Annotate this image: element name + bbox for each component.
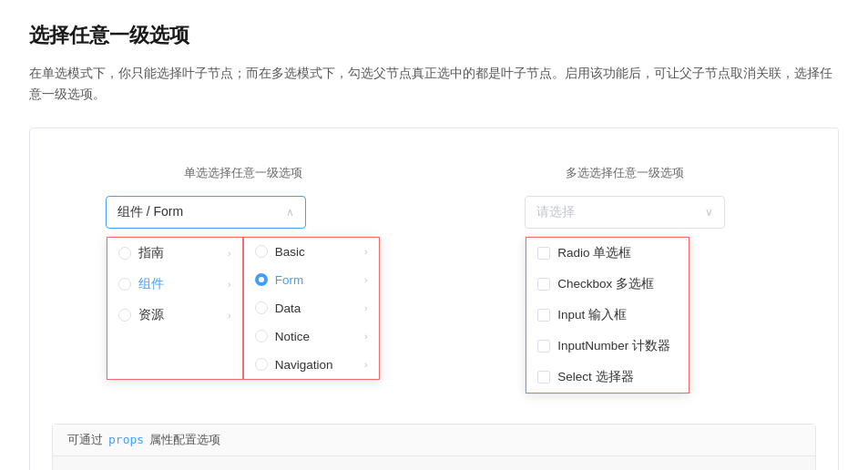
cascader-label-data: Data (275, 301, 357, 315)
chevron-right-icon-basic: › (364, 246, 368, 257)
code-bar: 可通过 props 属性配置选项 (53, 424, 815, 456)
radio-dot-data (255, 301, 268, 314)
chevron-up-icon: ∧ (286, 206, 294, 219)
chevron-right-icon-notice: › (364, 331, 368, 342)
cascader-item-guide[interactable]: 指南 › (107, 238, 242, 269)
code-bar-desc: 属性配置选项 (149, 432, 220, 448)
checkbox-inputnumber (537, 340, 550, 352)
radio-dot-components (118, 278, 131, 291)
right-demo-section: 多选选择任意一级选项 请选择 ∨ Radio 单选框 (434, 165, 817, 394)
radio-dot-navigation (255, 358, 268, 371)
cascader-item-form[interactable]: Form › (244, 266, 379, 294)
checkbox-input (537, 309, 550, 322)
multi-item-input[interactable]: Input 输入框 (526, 300, 689, 331)
checkbox-select (537, 371, 550, 383)
code-block: <div class="bl <span class= <el-casader … (53, 456, 815, 470)
cascader-panel-2: Basic › Form › Data › (243, 237, 380, 380)
multi-item-inputnumber[interactable]: InputNumber 计数器 (526, 331, 689, 362)
checkbox-checkbox (537, 278, 550, 291)
checkbox-radio (537, 247, 550, 260)
code-bar-text: 可通过 (67, 432, 103, 448)
cascader-label-form: Form (275, 273, 357, 287)
cascader-panel-1: 指南 › 组件 › 资源 › (107, 237, 243, 380)
chevron-right-icon-guide: › (228, 248, 231, 259)
left-cascader-dropdown: 指南 › 组件 › 资源 › (106, 236, 381, 381)
chevron-right-icon-components: › (228, 279, 231, 290)
left-select-trigger[interactable]: 组件 / Form ∧ (106, 196, 306, 229)
radio-dot-notice (255, 330, 268, 342)
right-cascader-dropdown: Radio 单选框 Checkbox 多选框 Input 输入框 (525, 236, 690, 394)
cascader-item-notice[interactable]: Notice › (244, 322, 379, 351)
code-section: 可通过 props 属性配置选项 <div class="bl <span cl… (52, 424, 816, 470)
cascader-item-data[interactable]: Data › (244, 294, 379, 322)
cascader-item-navigation[interactable]: Navigation › (244, 351, 379, 379)
left-demo-section: 单选选择任意一级选项 组件 / Form ∧ 指南 › (52, 165, 434, 394)
multi-item-checkbox[interactable]: Checkbox 多选框 (526, 269, 689, 300)
cascader-item-resources[interactable]: 资源 › (107, 300, 242, 331)
radio-dot-form (255, 273, 268, 286)
cascader-label-basic: Basic (275, 245, 357, 259)
radio-dot-guide (118, 247, 131, 260)
radio-dot-resources (118, 309, 131, 322)
multi-label-radio: Radio 单选框 (557, 245, 631, 261)
chevron-right-icon-form: › (364, 274, 368, 285)
right-select-trigger[interactable]: 请选择 ∨ (525, 196, 725, 229)
right-dropdown-area: 请选择 ∨ Radio 单选框 Checkbox 多选框 (525, 196, 725, 394)
demo-container: 单选选择任意一级选项 组件 / Form ∧ 指南 › (29, 128, 839, 470)
multi-label-select: Select 选择器 (557, 369, 633, 385)
page-wrapper: 选择任意一级选项 在单选模式下，你只能选择叶子节点；而在多选模式下，勾选父节点真… (0, 0, 868, 470)
cascader-item-basic[interactable]: Basic › (244, 238, 379, 266)
multi-item-select[interactable]: Select 选择器 (526, 362, 689, 393)
cascader-label-guide: 指南 (138, 245, 220, 261)
multi-item-radio[interactable]: Radio 单选框 (526, 238, 689, 269)
cascader-item-components[interactable]: 组件 › (107, 269, 242, 300)
cascader-label-resources: 资源 (138, 307, 220, 323)
cascader-label-notice: Notice (275, 330, 357, 343)
multi-label-inputnumber: InputNumber 计数器 (557, 338, 670, 354)
right-cascader-panel: Radio 单选框 Checkbox 多选框 Input 输入框 (526, 237, 689, 393)
chevron-right-icon-navigation: › (364, 359, 368, 370)
right-trigger-placeholder: 请选择 (536, 204, 575, 220)
multi-label-checkbox: Checkbox 多选框 (557, 276, 654, 292)
chevron-right-icon-data: › (364, 302, 368, 313)
multi-label-input: Input 输入框 (557, 307, 627, 323)
cascader-label-navigation: Navigation (275, 358, 357, 372)
demo-area: 单选选择任意一级选项 组件 / Form ∧ 指南 › (52, 158, 816, 409)
page-title: 选择任意一级选项 (29, 22, 839, 49)
left-section-label: 单选选择任意一级选项 (184, 165, 302, 181)
chevron-right-icon-resources: › (228, 310, 231, 321)
left-trigger-value: 组件 / Form (117, 204, 183, 220)
left-dropdown-area: 组件 / Form ∧ 指南 › (106, 196, 381, 381)
code-bar-prop: props (108, 433, 144, 446)
radio-dot-basic (255, 245, 268, 258)
chevron-down-icon: ∨ (705, 206, 713, 219)
right-section-label: 多选选择任意一级选项 (566, 165, 684, 181)
page-description: 在单选模式下，你只能选择叶子节点；而在多选模式下，勾选父节点真正选中的都是叶子节… (29, 64, 839, 106)
cascader-label-components: 组件 (138, 276, 220, 292)
